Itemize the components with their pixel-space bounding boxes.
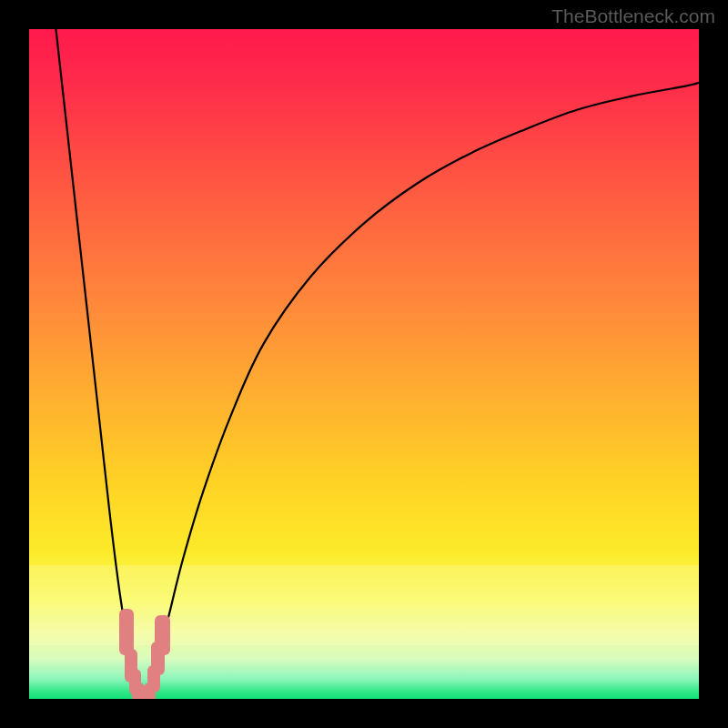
curve-layer [29, 29, 699, 699]
curve-left-branch [56, 29, 143, 699]
watermark-text: TheBottleneck.com [551, 5, 715, 27]
plot-area [29, 29, 699, 699]
data-marker [155, 615, 169, 655]
curve-right-branch [143, 83, 699, 699]
